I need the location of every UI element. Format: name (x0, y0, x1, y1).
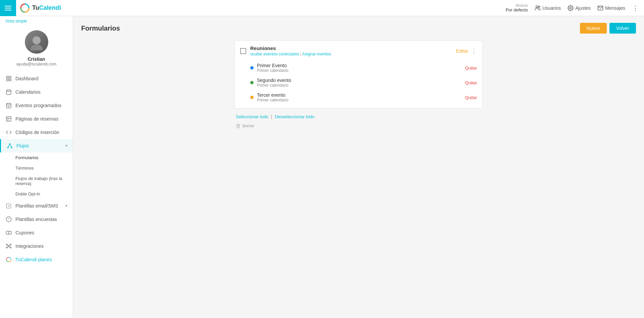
form-card-header: Reuniones ocultar eventos conectados | A… (235, 41, 482, 58)
ajustes-button[interactable]: Ajustes (568, 5, 591, 11)
svg-point-35 (10, 244, 11, 245)
events-list: Primer Evento Primer calendario Quitar S… (235, 58, 482, 108)
editar-link[interactable]: Editar (456, 48, 468, 54)
svg-point-42 (6, 257, 11, 262)
chevron-down-icon: ▾ (65, 203, 67, 208)
svg-line-41 (9, 246, 10, 248)
hamburger-button[interactable] (0, 0, 16, 16)
avatar-image (25, 30, 48, 54)
event-dot (250, 81, 254, 84)
sidebar-item-label: Flujos (16, 143, 62, 148)
event-name: Tercer evento (257, 92, 465, 98)
trash-icon (236, 124, 240, 128)
event-dot (250, 66, 254, 70)
flujos-submenu: Formularios Términos Flujos de trabajo (… (0, 152, 73, 199)
calendar-icon (5, 89, 12, 95)
sidebar-item-flujos-trabajo[interactable]: Flujos de trabajo (tras la reserva) (15, 173, 73, 189)
sidebar-item-label: Eventos programados (15, 103, 67, 108)
sidebar-item-formularios[interactable]: Formularios (15, 152, 73, 163)
coupon-icon (5, 229, 12, 236)
event-info: Segundo evento Primer calendario (257, 78, 465, 88)
profile-email: ayuda@tucalendi.com (16, 62, 56, 66)
svg-point-2 (536, 6, 538, 8)
sidebar-item-doble-opt-in[interactable]: Doble Opt-In (15, 189, 73, 199)
mensajes-button[interactable]: Mensajes (597, 5, 625, 11)
svg-rect-16 (6, 103, 11, 108)
event-info: Tercer evento Primer calendario (257, 92, 465, 102)
form-card-checkbox[interactable] (240, 48, 246, 54)
sidebar-item-label: TuCalendi planes (15, 257, 67, 262)
svg-point-6 (33, 36, 41, 44)
controls-separator: | (271, 114, 272, 119)
pages-icon (5, 116, 12, 122)
sidebar-item-calendarios[interactable]: Calendarios (0, 85, 73, 99)
seleccionar-todo-link[interactable]: Seleccionar todo (236, 114, 268, 119)
svg-point-37 (10, 247, 11, 248)
sidebar-nav: Dashboard Calendarios (0, 72, 73, 318)
form-card-links: ocultar eventos conectados | Asignar eve… (250, 52, 456, 56)
sidebar-item-label: Plantillas email/SMS (15, 203, 62, 209)
layout: Vista simple Cristian ayuda@tucalendi.co… (0, 16, 644, 318)
flujos-icon (6, 142, 13, 149)
svg-point-36 (6, 247, 7, 248)
sidebar-item-terminos[interactable]: Términos (15, 163, 73, 173)
sidebar-item-codigos-insercion[interactable]: Códigos de inserción (0, 126, 73, 139)
borrar-button[interactable]: borrar (236, 123, 254, 128)
form-card-actions: Editar ⋮ (456, 47, 477, 55)
sidebar-item-eventos-programados[interactable]: Eventos programados (0, 99, 73, 112)
quitar-button[interactable]: Quitar (465, 80, 477, 85)
quitar-button[interactable]: Quitar (465, 65, 477, 71)
nuevo-button[interactable]: Nuevo (580, 23, 607, 34)
integrations-icon (5, 243, 12, 249)
svg-rect-12 (6, 90, 11, 95)
svg-line-26 (8, 144, 10, 147)
event-calendar: Primer calendario (257, 98, 465, 102)
deseleccionar-todo-link[interactable]: Desseleccionar todo (275, 114, 314, 119)
vista-simple-link[interactable]: Vista simple (0, 16, 73, 26)
event-row: Segundo evento Primer calendario Quitar (235, 75, 482, 90)
sidebar-item-dashboard[interactable]: Dashboard (0, 72, 73, 85)
form-card-reuniones: Reuniones ocultar eventos conectados | A… (234, 40, 483, 108)
borrar-label: borrar (243, 123, 254, 128)
svg-point-7 (31, 45, 43, 50)
sidebar-item-label: Dashboard (15, 76, 67, 81)
sidebar-item-flujos[interactable]: Flujos ▾ (0, 139, 73, 152)
mail-icon (597, 5, 603, 11)
profile-section: Cristian ayuda@tucalendi.com (0, 26, 73, 72)
sidebar-item-label: Calendarios (15, 89, 67, 95)
svg-point-4 (570, 7, 572, 9)
usuarios-button[interactable]: Usuarios (535, 5, 561, 11)
sidebar: Vista simple Cristian ayuda@tucalendi.co… (0, 16, 73, 318)
svg-point-23 (9, 143, 10, 144)
usuarios-icon (535, 5, 541, 11)
svg-rect-11 (9, 79, 11, 81)
sidebar-item-label: Cupones (15, 230, 67, 235)
more-options-button[interactable]: ⋮ (632, 4, 639, 12)
svg-line-38 (7, 245, 8, 246)
svg-rect-10 (6, 79, 8, 81)
code-icon (5, 129, 12, 136)
svg-rect-8 (6, 76, 8, 78)
sidebar-item-plantillas-email[interactable]: Plantillas email/SMS ▾ (0, 199, 73, 213)
svg-rect-20 (6, 117, 11, 121)
svg-point-24 (7, 147, 8, 148)
sidebar-item-cupones[interactable]: Cupones (0, 226, 73, 239)
svg-line-40 (7, 246, 8, 248)
sidebar-item-tucalendi-planes[interactable]: TuCalendi planes (0, 253, 73, 266)
event-info: Primer Evento Primer calendario (257, 63, 465, 73)
sidebar-item-plantillas-encuestas[interactable]: Plantillas encuestas (0, 213, 73, 226)
sidebar-item-integraciones[interactable]: Integraciones (0, 239, 73, 253)
quitar-button[interactable]: Quitar (465, 95, 477, 100)
topnav: TuCalendi Módulo Por defecto Usuarios Aj… (0, 0, 644, 16)
ocultar-eventos-link[interactable]: ocultar eventos conectados (250, 52, 299, 56)
email-template-icon (5, 202, 12, 209)
event-dot (250, 96, 254, 99)
volver-button[interactable]: Volver (609, 23, 636, 34)
asignar-eventos-link[interactable]: Asignar eventos (302, 52, 331, 56)
svg-line-39 (9, 245, 10, 246)
sidebar-item-paginas-reservas[interactable]: Páginas de reservas (0, 112, 73, 126)
form-card-title: Reuniones (250, 45, 456, 51)
card-more-button[interactable]: ⋮ (471, 47, 477, 55)
svg-point-1 (23, 7, 26, 9)
sidebar-item-label: Páginas de reservas (15, 116, 67, 122)
